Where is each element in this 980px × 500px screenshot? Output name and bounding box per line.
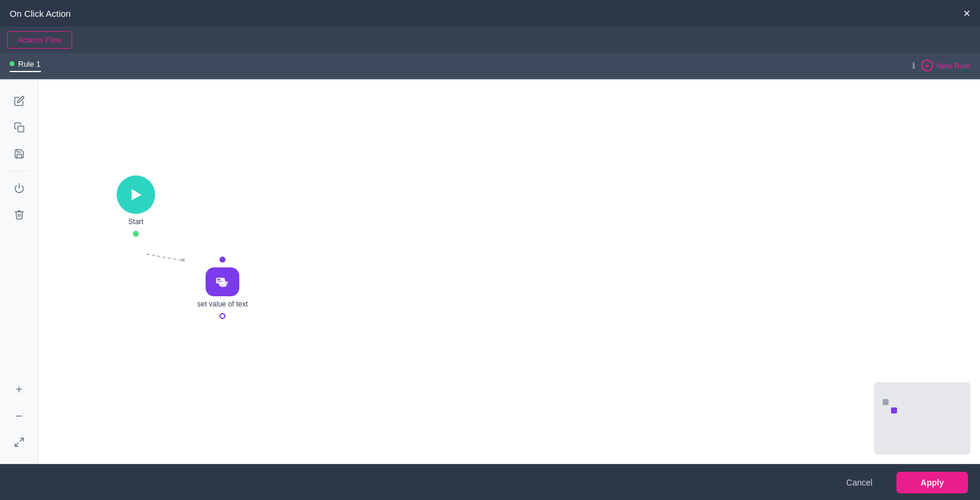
power-button[interactable] xyxy=(7,176,31,200)
save-button[interactable] xyxy=(7,142,31,166)
footer: Cancel Apply xyxy=(0,464,980,500)
svg-text:×: × xyxy=(181,256,185,264)
copy-button[interactable] xyxy=(7,115,31,139)
rule-label: Rule 1 xyxy=(18,59,41,69)
modal-title: On Click Action xyxy=(10,8,71,19)
toolbar-group-bottom: + − xyxy=(7,377,31,454)
info-icon: ℹ xyxy=(912,61,915,70)
edit-button[interactable] xyxy=(7,89,31,113)
set-value-icon xyxy=(213,272,232,291)
tab-actions-flow[interactable]: Actions Flow xyxy=(7,31,72,49)
zoom-in-button[interactable]: + xyxy=(7,377,31,401)
zoom-out-button[interactable]: − xyxy=(7,404,31,428)
mini-map-inner xyxy=(874,382,970,454)
delete-button[interactable] xyxy=(7,203,31,227)
copy-icon xyxy=(14,122,25,133)
action-output-connector[interactable] xyxy=(219,313,225,319)
trash-icon xyxy=(14,209,25,220)
svg-line-4 xyxy=(147,254,185,261)
rule-bar: Rule 1 ℹ + New Rule xyxy=(0,53,980,79)
toolbar-group-top xyxy=(7,89,31,375)
plus-circle-icon: + xyxy=(921,59,933,72)
svg-rect-8 xyxy=(217,279,220,280)
svg-line-3 xyxy=(15,444,18,447)
action-node[interactable]: set value of text xyxy=(197,257,248,319)
zoom-out-icon: − xyxy=(16,409,23,423)
rule-status-dot xyxy=(10,61,14,66)
left-toolbar: + − xyxy=(0,79,38,464)
main-content: + − xyxy=(0,79,980,464)
svg-rect-0 xyxy=(17,126,23,132)
new-rule-button[interactable]: + New Rule xyxy=(921,59,970,72)
close-button[interactable]: × xyxy=(963,7,970,19)
toolbar-separator xyxy=(10,171,29,171)
tab-bar: Actions Flow xyxy=(0,26,980,53)
svg-rect-9 xyxy=(217,281,222,282)
start-output-connector[interactable] xyxy=(133,231,139,237)
fit-icon xyxy=(14,437,25,448)
title-bar: On Click Action × xyxy=(0,0,980,26)
save-icon xyxy=(14,148,25,159)
rule-tab[interactable]: Rule 1 xyxy=(10,59,41,72)
play-icon xyxy=(127,186,144,203)
start-label: Start xyxy=(128,218,143,226)
start-circle[interactable] xyxy=(117,175,155,214)
mini-start-node xyxy=(883,399,889,405)
rule-bar-info: ℹ + New Rule xyxy=(912,59,970,72)
action-label: set value of text xyxy=(197,300,248,308)
new-rule-label: New Rule xyxy=(937,61,970,70)
mini-action-node xyxy=(891,407,897,413)
action-pill[interactable] xyxy=(206,267,239,296)
svg-line-2 xyxy=(20,438,23,441)
start-node[interactable]: Start xyxy=(117,175,155,237)
fit-button[interactable] xyxy=(7,430,31,454)
action-input-connector[interactable] xyxy=(219,257,225,263)
modal-container: On Click Action × Actions Flow Rule 1 ℹ … xyxy=(0,0,980,500)
svg-marker-6 xyxy=(132,189,141,201)
edit-icon xyxy=(14,96,25,106)
cancel-button[interactable]: Cancel xyxy=(830,472,890,493)
flow-canvas-area[interactable]: × Start xyxy=(38,79,980,464)
zoom-in-icon: + xyxy=(16,383,23,397)
mini-map xyxy=(874,382,970,454)
power-icon xyxy=(14,183,25,194)
connector-svg: × xyxy=(38,79,980,464)
apply-button[interactable]: Apply xyxy=(896,472,968,493)
